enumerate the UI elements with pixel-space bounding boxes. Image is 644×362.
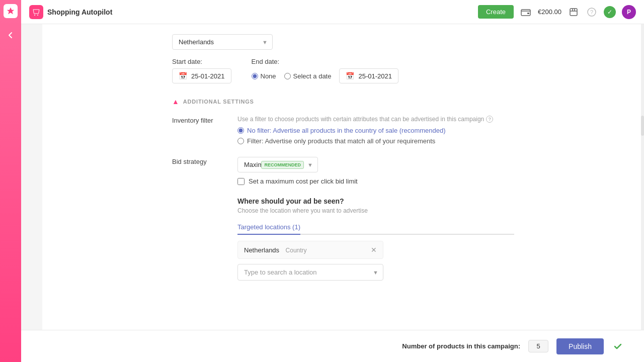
scrollbar[interactable] xyxy=(641,24,644,330)
max-cpc-checkbox-row: Set a maximum cost per click bid limit xyxy=(237,177,514,185)
header-right: Create €200.00 ? ✓ P xyxy=(478,5,636,19)
location-search-wrapper: Type to search a location ▼ xyxy=(237,264,383,281)
avatar[interactable]: P xyxy=(622,5,636,19)
help-icon[interactable]: ? xyxy=(586,6,598,18)
max-cpc-label[interactable]: Set a maximum cost per click bid limit xyxy=(249,177,358,185)
svg-rect-4 xyxy=(570,9,577,16)
ad-location-row: Where should your ad be seen? Choose the… xyxy=(172,197,514,281)
inventory-filter-option2[interactable]: Filter: Advertise only products that mat… xyxy=(237,137,514,145)
header: Shopping Autopilot Create €200.00 ? ✓ xyxy=(21,0,644,24)
inventory-filter-description: Use a filter to choose products with cer… xyxy=(237,116,514,123)
main-content: Netherlands Germany France Belgium ▼ Sta… xyxy=(42,24,644,362)
publish-success-icon xyxy=(612,340,624,352)
bottom-bar: Number of products in this campaign: 5 P… xyxy=(21,330,644,362)
targeted-locations-tab[interactable]: Targeted locations (1) xyxy=(237,220,300,235)
dates-row: Start date: 📅 25-01-2021 End date: None … xyxy=(172,58,514,83)
end-date-label: End date: xyxy=(252,58,398,65)
header-title: Shopping Autopilot xyxy=(47,8,112,16)
inventory-filter-content: Use a filter to choose products with cer… xyxy=(237,116,514,145)
location-search-input[interactable]: Type to search a location xyxy=(237,264,383,281)
inventory-filter-info-icon[interactable]: ? xyxy=(486,116,493,123)
location-type: Country xyxy=(286,247,307,254)
products-count-label: Number of products in this campaign: xyxy=(402,342,520,350)
bid-strategy-select[interactable]: Maximise clicks Target CPA Target ROAS xyxy=(237,157,318,172)
end-date-group: End date: None Select a date 📅 25-01-202… xyxy=(252,58,398,83)
start-date-value: 25-01-2021 xyxy=(191,72,225,80)
country-select[interactable]: Netherlands Germany France Belgium xyxy=(172,34,273,50)
inventory-filter-options: No filter: Advertise all products in the… xyxy=(237,127,514,145)
ad-location-section: Where should your ad be seen? Choose the… xyxy=(172,197,514,281)
end-date-input[interactable]: 📅 25-01-2021 xyxy=(339,68,398,83)
inventory-option1-radio[interactable] xyxy=(237,127,244,134)
status-check-icon: ✓ xyxy=(604,6,616,18)
svg-point-1 xyxy=(37,15,38,16)
end-date-select-radio[interactable] xyxy=(284,73,291,79)
svg-text:?: ? xyxy=(590,9,593,15)
ad-location-description: Choose the location where you want to ad… xyxy=(237,207,514,214)
end-date-none-option[interactable]: None xyxy=(252,72,276,80)
header-brand: Shopping Autopilot xyxy=(29,5,112,19)
bid-strategy-label: Bid strategy xyxy=(172,157,227,165)
location-tag: Netherlands Country ✕ xyxy=(237,241,383,259)
start-date-input[interactable]: 📅 25-01-2021 xyxy=(172,68,231,83)
svg-rect-2 xyxy=(521,10,530,16)
publish-button[interactable]: Publish xyxy=(556,338,604,354)
sidebar xyxy=(0,0,21,362)
additional-settings-section: ▲ ADDITIONAL SETTINGS xyxy=(172,98,514,106)
location-tag-info: Netherlands Country xyxy=(244,245,307,254)
end-date-none-radio[interactable] xyxy=(252,73,258,79)
additional-settings-chevron-icon[interactable]: ▲ xyxy=(172,98,179,106)
max-cpc-checkbox[interactable] xyxy=(237,178,245,185)
brand-icon xyxy=(29,5,43,19)
location-name: Netherlands xyxy=(244,246,279,254)
bid-strategy-content: Maximise clicks Target CPA Target ROAS R… xyxy=(237,157,514,185)
additional-settings-title: ADDITIONAL SETTINGS xyxy=(183,99,254,105)
start-date-calendar-icon: 📅 xyxy=(179,72,187,80)
ad-location-title: Where should your ad be seen? xyxy=(237,197,514,205)
svg-point-0 xyxy=(34,15,35,16)
bid-strategy-select-wrapper: Maximise clicks Target CPA Target ROAS R… xyxy=(237,157,318,172)
bid-strategy-row: Bid strategy Maximise clicks Target CPA … xyxy=(172,157,514,185)
start-date-label: Start date: xyxy=(172,58,231,65)
wallet-icon xyxy=(520,6,532,18)
svg-rect-3 xyxy=(527,13,529,14)
end-date-value: 25-01-2021 xyxy=(358,72,392,80)
country-select-wrapper: Netherlands Germany France Belgium ▼ xyxy=(172,34,273,50)
location-remove-button[interactable]: ✕ xyxy=(371,246,377,254)
inventory-filter-row: Inventory filter Use a filter to choose … xyxy=(172,116,514,145)
products-count-value: 5 xyxy=(528,340,548,352)
end-date-calendar-icon: 📅 xyxy=(346,72,354,80)
inventory-filter-label: Inventory filter xyxy=(172,116,227,124)
inventory-filter-option1[interactable]: No filter: Advertise all products in the… xyxy=(237,127,514,134)
start-date-group: Start date: 📅 25-01-2021 xyxy=(172,58,231,83)
create-button[interactable]: Create xyxy=(478,5,514,19)
location-tabs: Targeted locations (1) xyxy=(237,220,514,235)
end-date-select-option[interactable]: Select a date xyxy=(284,72,332,80)
end-date-options: None Select a date 📅 25-01-2021 xyxy=(252,68,398,83)
ad-location-empty-label xyxy=(172,197,227,198)
back-button[interactable] xyxy=(4,28,18,42)
balance-display: €200.00 xyxy=(538,8,561,16)
scroll-thumb xyxy=(641,116,644,136)
ad-location-content: Where should your ad be seen? Choose the… xyxy=(237,197,514,281)
sidebar-logo xyxy=(4,4,18,18)
inventory-option2-radio[interactable] xyxy=(237,138,244,144)
shop-icon xyxy=(568,6,580,18)
